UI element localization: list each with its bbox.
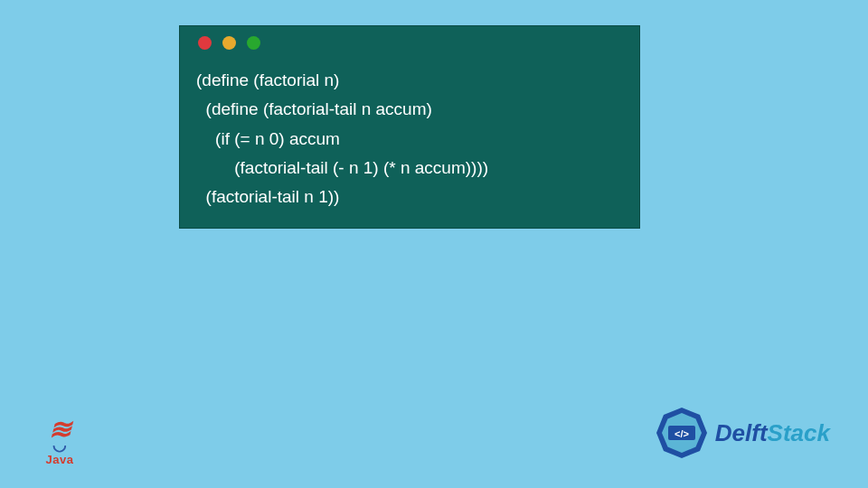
code-line: (define (factorial-tail n accum) bbox=[196, 99, 432, 118]
java-label: Java bbox=[46, 453, 74, 466]
code-line: (if (= n 0) accum bbox=[196, 129, 340, 148]
delft-suffix: Stack bbox=[768, 419, 830, 446]
delft-prefix: Delft bbox=[715, 419, 768, 446]
code-content: (define (factorial n) (define (factorial… bbox=[180, 59, 639, 211]
delftstack-code-text: </> bbox=[675, 428, 689, 439]
maximize-icon bbox=[247, 36, 260, 50]
java-cup-icon: ◡ bbox=[52, 436, 67, 453]
minimize-icon bbox=[222, 36, 236, 50]
code-line: (define (factorial n) bbox=[196, 70, 339, 89]
delftstack-emblem-icon: </> bbox=[654, 405, 710, 461]
delftstack-text: DelftStack bbox=[715, 419, 830, 447]
delftstack-logo: </> DelftStack bbox=[654, 405, 830, 461]
close-icon bbox=[198, 36, 212, 50]
code-line: (factorial-tail (- n 1) (* n accum)))) bbox=[196, 158, 488, 177]
java-logo: ≋ ◡ Java bbox=[38, 405, 81, 466]
code-line: (factorial-tail n 1)) bbox=[196, 187, 339, 206]
code-window: (define (factorial n) (define (factorial… bbox=[179, 25, 640, 229]
window-titlebar bbox=[180, 26, 639, 59]
